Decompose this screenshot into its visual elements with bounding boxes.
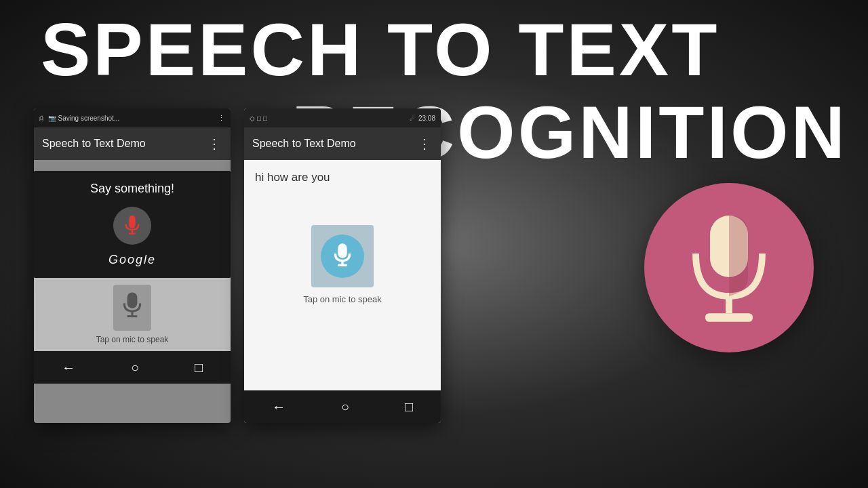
phone1-google-brand: Google bbox=[108, 253, 156, 267]
phone2-status-bar: ◇□□ ☄ 23:08 bbox=[244, 108, 441, 127]
phone2-mic-button[interactable] bbox=[321, 235, 364, 278]
phone1-status-bar: ⎙ 📷 Saving screenshot... ⋮ bbox=[34, 108, 231, 127]
phone2-tap-label: Tap on mic to speak bbox=[303, 294, 382, 304]
big-mic-circle bbox=[644, 183, 814, 352]
svg-rect-0 bbox=[129, 216, 135, 228]
phone1: ⎙ 📷 Saving screenshot... ⋮ Speech to Tex… bbox=[34, 108, 231, 423]
phone1-nav-bar: ← ○ □ bbox=[34, 351, 231, 384]
phone2-mic-icon bbox=[332, 243, 353, 270]
phone2-app-title: Speech to Text Demo bbox=[252, 138, 356, 150]
svg-rect-11 bbox=[705, 313, 753, 322]
phone1-tap-label: Tap on mic to speak bbox=[96, 335, 169, 344]
phone2-nav-bar: ← ○ □ bbox=[244, 390, 441, 423]
phone1-home-icon[interactable]: ○ bbox=[131, 360, 139, 375]
phone1-status-menu: ⋮ bbox=[218, 114, 225, 123]
phone1-back-icon[interactable]: ← bbox=[62, 360, 75, 375]
phone1-mic-area: Tap on mic to speak bbox=[34, 278, 231, 351]
svg-rect-3 bbox=[127, 292, 138, 308]
phone2-back-icon[interactable]: ← bbox=[272, 399, 285, 415]
phone1-mic-icon bbox=[123, 214, 142, 238]
phone2-recognized-text: hi how are you bbox=[255, 171, 330, 184]
phone1-app-bar: Speech to Text Demo ⋮ bbox=[34, 127, 231, 160]
phone1-mic-circle[interactable] bbox=[113, 207, 151, 245]
phone2-app-menu[interactable]: ⋮ bbox=[418, 136, 433, 152]
phone1-mic-bottom-icon bbox=[120, 291, 144, 321]
phone1-say-something: Say something! bbox=[90, 182, 174, 196]
big-mic-svg-icon bbox=[682, 210, 776, 325]
phone1-recents-icon[interactable]: □ bbox=[195, 360, 203, 375]
phone2-mic-container[interactable] bbox=[311, 225, 374, 287]
phone2-content: hi how are you Tap on mic to speak bbox=[244, 160, 441, 390]
phone1-gap bbox=[34, 160, 231, 171]
main-title-line1: SPEECH TO TEXT bbox=[41, 12, 719, 87]
phone2-status-right: ☄ 23:08 bbox=[410, 115, 435, 122]
phone2-home-icon[interactable]: ○ bbox=[341, 399, 349, 415]
phone2-status-icons: ◇□□ bbox=[250, 115, 267, 122]
phone1-app-menu[interactable]: ⋮ bbox=[208, 136, 222, 152]
phones-container: ⎙ 📷 Saving screenshot... ⋮ Speech to Tex… bbox=[34, 108, 441, 423]
phone1-app-title: Speech to Text Demo bbox=[42, 138, 146, 150]
phone2-recents-icon[interactable]: □ bbox=[405, 399, 413, 415]
phone1-mic-button[interactable] bbox=[113, 285, 151, 331]
svg-rect-6 bbox=[338, 243, 347, 258]
phone2-app-bar: Speech to Text Demo ⋮ bbox=[244, 127, 441, 160]
phone1-voice-dialog: Say something! Google bbox=[34, 171, 231, 278]
phone1-status-text: ⎙ 📷 Saving screenshot... bbox=[39, 115, 119, 122]
phone2: ◇□□ ☄ 23:08 Speech to Text Demo ⋮ hi how… bbox=[244, 108, 441, 423]
